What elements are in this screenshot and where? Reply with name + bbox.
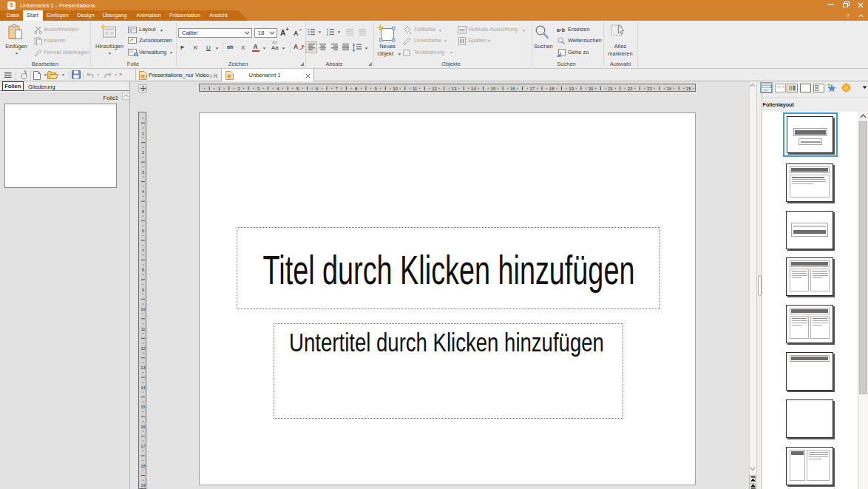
svg-text:23: 23 xyxy=(647,87,652,91)
svg-text:18: 18 xyxy=(549,87,555,91)
svg-text:5: 5 xyxy=(142,209,144,214)
svg-text:6: 6 xyxy=(142,229,144,233)
svg-text:19: 19 xyxy=(140,483,145,488)
svg-text:21: 21 xyxy=(608,87,613,91)
svg-text:10: 10 xyxy=(140,307,145,311)
svg-text:3: 3 xyxy=(142,170,144,175)
svg-text:12: 12 xyxy=(432,87,437,91)
svg-text:4: 4 xyxy=(277,87,279,91)
svg-text:18: 18 xyxy=(140,464,145,468)
svg-text:2: 2 xyxy=(142,150,144,155)
svg-text:11: 11 xyxy=(413,87,418,91)
svg-text:20: 20 xyxy=(589,87,594,91)
svg-text:10: 10 xyxy=(393,87,398,91)
svg-text:15: 15 xyxy=(491,87,496,91)
svg-text:6: 6 xyxy=(316,87,319,91)
svg-text:14: 14 xyxy=(140,385,145,390)
svg-text:25: 25 xyxy=(686,87,691,91)
svg-text:15: 15 xyxy=(140,405,145,409)
svg-text:13: 13 xyxy=(140,365,145,370)
svg-text:24: 24 xyxy=(667,87,672,91)
svg-text:8: 8 xyxy=(355,87,358,91)
svg-text:13: 13 xyxy=(452,87,457,91)
svg-text:7: 7 xyxy=(336,87,339,91)
svg-text:7: 7 xyxy=(142,249,144,253)
svg-text:9: 9 xyxy=(142,288,144,292)
svg-text:5: 5 xyxy=(296,87,299,91)
svg-text:19: 19 xyxy=(569,87,574,91)
svg-text:22: 22 xyxy=(628,87,633,91)
svg-text:16: 16 xyxy=(140,425,145,429)
svg-text:17: 17 xyxy=(140,444,145,448)
svg-text:8: 8 xyxy=(142,268,144,272)
svg-text:1: 1 xyxy=(142,131,144,135)
svg-text:16: 16 xyxy=(510,87,515,91)
svg-text:3: 3 xyxy=(257,87,260,91)
svg-text:2: 2 xyxy=(237,87,240,91)
svg-text:9: 9 xyxy=(374,87,377,91)
svg-text:17: 17 xyxy=(529,87,535,91)
svg-text:12: 12 xyxy=(140,346,145,351)
svg-text:14: 14 xyxy=(471,87,476,91)
svg-text:4: 4 xyxy=(142,189,144,194)
svg-text:11: 11 xyxy=(141,327,146,331)
svg-text:1: 1 xyxy=(218,87,221,91)
